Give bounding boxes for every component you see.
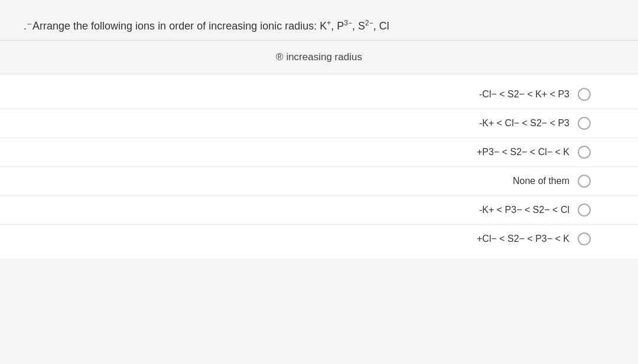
option-row-3[interactable]: +P3− < S2− < Cl− < K bbox=[0, 138, 638, 167]
answer-label-section: ® increasing radius bbox=[0, 41, 638, 74]
option-text-5: -K+ < P3− < S2− < Cl bbox=[479, 205, 569, 215]
option-row-2[interactable]: -K+ < Cl− < S2− < P3 bbox=[0, 109, 638, 138]
radio-option-6[interactable] bbox=[578, 232, 591, 245]
option-row-1[interactable]: -Cl− < S2− < K+ < P3 bbox=[0, 80, 638, 109]
radio-option-5[interactable] bbox=[578, 204, 591, 217]
answer-label: ® increasing radius bbox=[276, 51, 362, 63]
options-section: -Cl− < S2− < K+ < P3 -K+ < Cl− < S2− < P… bbox=[0, 74, 638, 259]
radio-option-1[interactable] bbox=[578, 88, 591, 101]
radio-option-3[interactable] bbox=[578, 146, 591, 159]
option-text-2: -K+ < Cl− < S2− < P3 bbox=[479, 118, 569, 129]
radio-option-2[interactable] bbox=[578, 117, 591, 130]
option-text-1: -Cl− < S2− < K+ < P3 bbox=[479, 89, 569, 100]
radio-option-4[interactable] bbox=[578, 175, 591, 188]
page-container: .⁻Arrange the following ions in order of… bbox=[0, 0, 638, 364]
option-text-4: None of them bbox=[513, 176, 569, 186]
option-row-6[interactable]: +Cl− < S2− < P3− < K bbox=[0, 225, 638, 253]
option-text-3: +P3− < S2− < Cl− < K bbox=[477, 147, 569, 158]
option-row-4[interactable]: None of them bbox=[0, 167, 638, 196]
registered-icon: ® bbox=[276, 51, 284, 63]
question-text: .⁻Arrange the following ions in order of… bbox=[24, 18, 614, 34]
question-section: .⁻Arrange the following ions in order of… bbox=[0, 0, 638, 41]
option-row-5[interactable]: -K+ < P3− < S2− < Cl bbox=[0, 196, 638, 225]
increasing-radius-text: increasing radius bbox=[286, 51, 362, 63]
option-text-6: +Cl− < S2− < P3− < K bbox=[477, 234, 569, 244]
